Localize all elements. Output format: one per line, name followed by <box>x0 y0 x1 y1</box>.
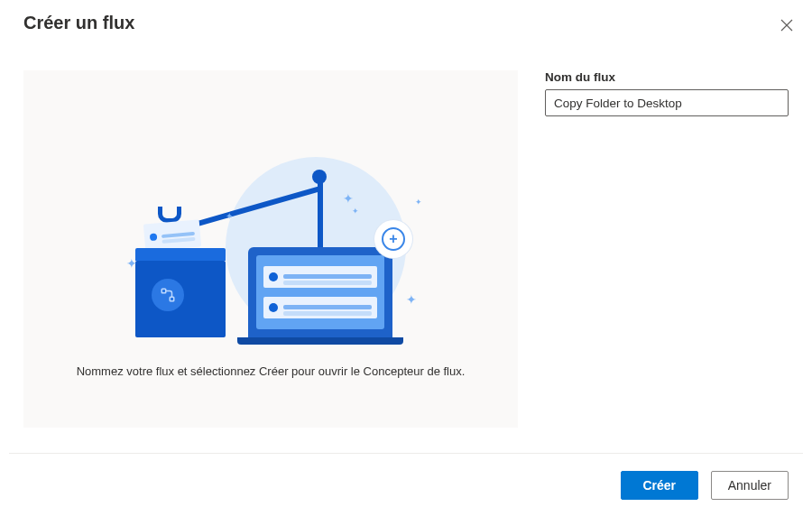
preview-panel: + ✦✦ ✦✦ ✦✦ Nommez votre flux et sélectio… <box>23 70 518 428</box>
close-button[interactable] <box>778 16 796 34</box>
close-icon <box>780 19 793 32</box>
dialog-title: Créer un flux <box>23 13 134 33</box>
svg-rect-0 <box>161 289 166 293</box>
preview-caption: Nommez votre flux et sélectionnez Créer … <box>77 364 466 378</box>
dialog-content: + ✦✦ ✦✦ ✦✦ Nommez votre flux et sélectio… <box>23 70 789 428</box>
flow-name-input[interactable] <box>545 89 789 116</box>
create-flow-dialog: Créer un flux <box>0 0 812 516</box>
flow-illustration: + ✦✦ ✦✦ ✦✦ <box>117 157 424 346</box>
create-button[interactable]: Créer <box>621 471 698 500</box>
dialog-footer: Créer Annuler <box>9 453 803 516</box>
svg-rect-1 <box>170 297 174 301</box>
plus-icon: + <box>382 227 405 251</box>
plus-badge: + <box>374 220 412 258</box>
form-panel: Nom du flux <box>545 70 789 428</box>
flow-name-label: Nom du flux <box>545 70 789 84</box>
cancel-button[interactable]: Annuler <box>711 471 789 500</box>
flow-icon <box>152 279 184 311</box>
